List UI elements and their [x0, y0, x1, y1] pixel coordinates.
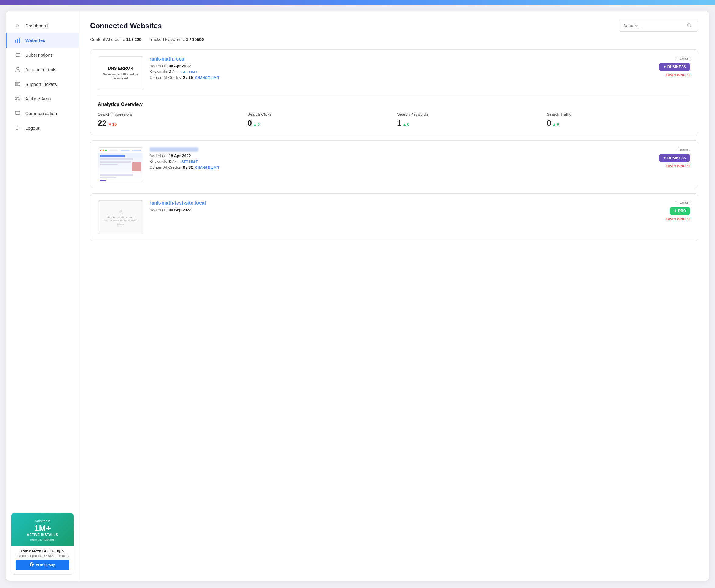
dns-error-box: DNS ERROR The requested URL could not be…: [98, 63, 143, 83]
preview-header: [98, 148, 143, 153]
dashboard-icon: ⌂: [14, 22, 21, 29]
keywords-delta: ▲0: [403, 122, 409, 127]
site1-change-limit[interactable]: CHANGE LIMIT: [195, 76, 219, 80]
sidebar-item-label: Affiliate Area: [25, 96, 51, 101]
site2-disconnect[interactable]: DISCONNECT: [666, 164, 690, 168]
svg-point-11: [15, 99, 17, 101]
site1-keywords: Keywords: 2 / - – SET LIMIT: [149, 69, 629, 74]
dns-error-msg: The requested URL could not be retrieved: [101, 72, 140, 80]
promo-plugin-name: Rank Math SEO Plugin: [16, 549, 69, 553]
sidebar-item-support-tickets[interactable]: Support Tickets: [6, 77, 79, 91]
site1-contentai: ContentAI Credits: 2 / 15 CHANGE LIMIT: [149, 75, 629, 80]
facebook-icon: [29, 562, 34, 568]
site2-right: License: ✦ BUSINESS DISCONNECT: [635, 147, 690, 168]
website-card-3: ⚠ This site can't be reached rank-math-t…: [90, 193, 698, 241]
main-content: Connected Websites Content AI credits: 1…: [79, 11, 709, 581]
impressions-value: 22 ▼19: [98, 119, 241, 128]
search-box[interactable]: [619, 20, 698, 31]
site1-analytics: Analytics Overview Search Impressions 22…: [98, 96, 690, 128]
svg-point-6: [17, 67, 19, 70]
star-icon: ✦: [674, 209, 677, 213]
site2-added: Added on: 18 Apr 2022: [149, 153, 629, 158]
site2-blurred-name: [149, 147, 198, 152]
svg-rect-2: [19, 38, 20, 43]
promo-sub-text: ACTIVE INSTALLS: [16, 533, 69, 537]
sidebar-item-affiliate-area[interactable]: Affiliate Area: [6, 91, 79, 106]
site1-card-top: DNS ERROR The requested URL could not be…: [98, 56, 690, 90]
dns-error-title: DNS ERROR: [101, 66, 140, 71]
site3-name[interactable]: rank-math-test-site.local: [149, 201, 629, 206]
visit-group-button[interactable]: Visit Group: [16, 560, 69, 570]
sidebar-item-label: Logout: [25, 125, 39, 131]
site1-name[interactable]: rank-math.local: [149, 56, 629, 62]
analytics-grid: Search Impressions 22 ▼19 Search Clicks …: [98, 112, 690, 128]
site2-contentai: ContentAI Credits: 9 / 32 CHANGE LIMIT: [149, 165, 629, 170]
affiliate-icon: [14, 95, 21, 102]
site2-change-limit[interactable]: CHANGE LIMIT: [195, 166, 219, 169]
sidebar-item-label: Subscriptions: [25, 52, 53, 58]
star-icon: ✦: [663, 65, 666, 69]
svg-rect-3: [16, 53, 20, 54]
site1-info: rank-math.local Added on: 04 Apr 2022 Ke…: [149, 56, 629, 81]
promo-group-info: Facebook group · 47,856 members: [16, 554, 69, 558]
sidebar-item-label: Account details: [25, 67, 56, 72]
sidebar-item-account-details[interactable]: Account details: [6, 62, 79, 77]
impressions-delta: ▼19: [108, 122, 117, 127]
sidebar-item-label: Communication: [25, 111, 57, 116]
search-input[interactable]: [623, 23, 684, 28]
main-header: Connected Websites: [90, 20, 698, 31]
promo-info: Rank Math SEO Plugin Facebook group · 47…: [11, 546, 74, 574]
traffic-label: Search Traffic: [547, 112, 691, 117]
analytics-keywords: Search Keywords 1 ▲0: [397, 112, 541, 128]
site3-disconnect[interactable]: DISCONNECT: [666, 217, 690, 222]
sidebar-item-dashboard[interactable]: ⌂ Dashboard: [6, 18, 79, 33]
site1-preview: DNS ERROR The requested URL could not be…: [98, 56, 143, 90]
stats-bar: Content AI credits: 11 / 220 Tracked Key…: [90, 37, 698, 42]
site2-info: Added on: 18 Apr 2022 Keywords: 0 / - – …: [149, 147, 629, 171]
subscriptions-icon: [14, 51, 21, 58]
promo-card: RankMath 1M+ ACTIVE INSTALLS Thank you e…: [11, 513, 74, 574]
svg-point-10: [19, 97, 20, 98]
site2-preview: [98, 147, 143, 181]
sidebar-item-label: Websites: [25, 38, 45, 43]
page-title: Connected Websites: [90, 22, 162, 30]
traffic-value: 0 ▲0: [547, 119, 691, 128]
svg-rect-1: [17, 39, 18, 43]
svg-point-9: [15, 97, 17, 98]
site2-preview-img: [98, 148, 143, 181]
site2-set-limit[interactable]: SET LIMIT: [182, 160, 197, 164]
svg-point-12: [19, 99, 20, 101]
promo-big-text: 1M+: [16, 524, 69, 532]
keywords-label-analytics: Search Keywords: [397, 112, 541, 117]
site3-right: License: ✦ PRO DISCONNECT: [635, 201, 690, 222]
site2-card-top: Added on: 18 Apr 2022 Keywords: 0 / - – …: [98, 147, 690, 181]
credits-value: 11 / 220: [126, 37, 142, 42]
site1-disconnect[interactable]: DISCONNECT: [666, 73, 690, 77]
site1-set-limit[interactable]: SET LIMIT: [182, 70, 197, 74]
site2-license-badge: ✦ BUSINESS: [659, 154, 690, 162]
impressions-label: Search Impressions: [98, 112, 241, 117]
communication-icon: [14, 110, 21, 117]
keywords-label: Tracked Keywords:: [149, 37, 185, 42]
promo-logo: RankMath: [16, 519, 69, 523]
sidebar-item-subscriptions[interactable]: Subscriptions: [6, 47, 79, 62]
app-shell: ⌂ Dashboard Websites: [6, 11, 709, 581]
sidebar-item-websites[interactable]: Websites: [6, 33, 79, 47]
site3-license-label: License:: [676, 201, 690, 205]
credits-label: Content AI credits:: [90, 37, 125, 42]
clicks-value: 0 ▲0: [248, 119, 391, 128]
analytics-title: Analytics Overview: [98, 102, 690, 107]
top-gradient-bar: [0, 0, 715, 5]
sidebar-item-logout[interactable]: Logout: [6, 121, 79, 135]
site3-preview: ⚠ This site can't be reached rank-math-t…: [98, 201, 143, 234]
site3-info: rank-math-test-site.local Added on: 06 S…: [149, 201, 629, 213]
analytics-clicks: Search Clicks 0 ▲0: [248, 112, 391, 128]
traffic-delta: ▲0: [552, 122, 559, 127]
svg-point-8: [17, 98, 19, 100]
support-icon: [14, 81, 21, 87]
websites-icon: [14, 37, 21, 44]
site1-added: Added on: 04 Apr 2022: [149, 64, 629, 68]
sidebar-item-communication[interactable]: Communication: [6, 106, 79, 121]
site3-added: Added on: 06 Sep 2022: [149, 208, 629, 212]
search-icon: [687, 23, 692, 29]
